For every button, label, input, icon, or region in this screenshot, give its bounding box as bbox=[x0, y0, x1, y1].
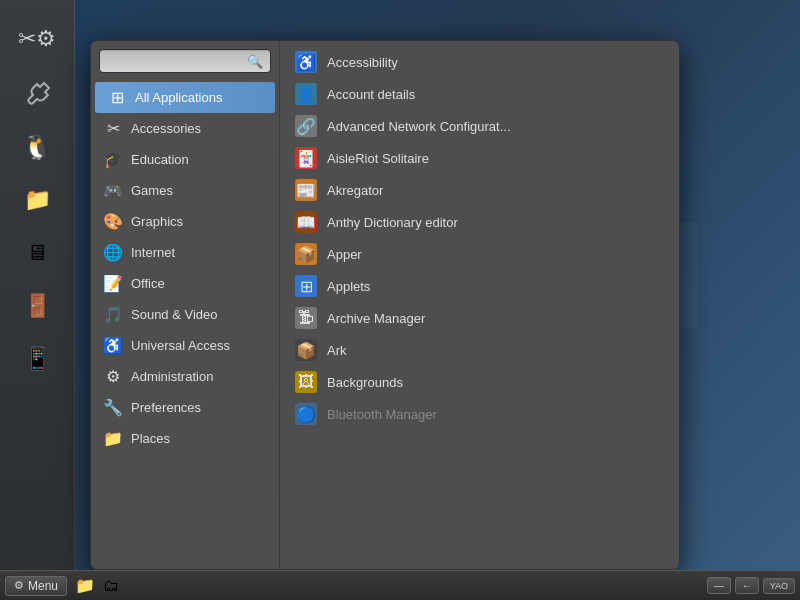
dock: ✂⚙ 🐧 📁 🖥 🚪 📱 bbox=[0, 0, 75, 570]
all-apps-icon: ⊞ bbox=[107, 88, 127, 107]
app-advanced-network[interactable]: 🔗 Advanced Network Configurat... bbox=[280, 110, 679, 142]
monitor-icon: 🖥 bbox=[26, 240, 48, 266]
account-details-app-icon: 👤 bbox=[295, 83, 317, 105]
ark-app-icon: 📦 bbox=[295, 339, 317, 361]
app-accessibility[interactable]: ♿ Accessibility bbox=[280, 46, 679, 78]
category-preferences[interactable]: 🔧 Preferences bbox=[91, 392, 279, 423]
app-ark[interactable]: 📦 Ark bbox=[280, 334, 679, 366]
menu-gear-icon: ⚙ bbox=[14, 579, 24, 592]
category-office[interactable]: 📝 Office bbox=[91, 268, 279, 299]
app-menu-window: 🔍 ⊞ All Applications ✂ Accessories 🎓 bbox=[90, 40, 680, 570]
category-universal-access[interactable]: ♿ Universal Access bbox=[91, 330, 279, 361]
category-education[interactable]: 🎓 Education bbox=[91, 144, 279, 175]
category-sound-video[interactable]: 🎵 Sound & Video bbox=[91, 299, 279, 330]
category-games[interactable]: 🎮 Games bbox=[91, 175, 279, 206]
category-internet[interactable]: 🌐 Internet bbox=[91, 237, 279, 268]
dock-item-settings[interactable]: ✂⚙ bbox=[13, 15, 61, 63]
dock-item-penguin[interactable]: 🐧 bbox=[13, 123, 61, 171]
dock-item-monitor[interactable]: 🖥 bbox=[13, 229, 61, 277]
taskbar-icon-files[interactable]: 🗂 bbox=[100, 575, 122, 597]
taskbar-minimize-button[interactable]: — bbox=[707, 577, 731, 594]
phone-icon: 📱 bbox=[24, 346, 51, 372]
archive-manager-app-icon: 🗜 bbox=[295, 307, 317, 329]
accessibility-app-icon: ♿ bbox=[295, 51, 317, 73]
taskbar-files-icon: 🗂 bbox=[103, 577, 119, 595]
search-wrapper: 🔍 bbox=[91, 41, 279, 77]
app-apper[interactable]: 📦 Apper bbox=[280, 238, 679, 270]
category-places[interactable]: 📁 Places bbox=[91, 423, 279, 454]
app-anthy[interactable]: 📖 Anthy Dictionary editor bbox=[280, 206, 679, 238]
taskbar-folder-icon: 📁 bbox=[75, 576, 95, 595]
taskbar-menu-button[interactable]: ⚙ Menu bbox=[5, 576, 67, 596]
apps-panel: ♿ Accessibility 👤 Account details 🔗 Adva… bbox=[280, 41, 679, 569]
taskbar-yao-button[interactable]: YAO bbox=[763, 578, 795, 594]
categories-list: ⊞ All Applications ✂ Accessories 🎓 Educa… bbox=[91, 77, 279, 459]
app-archive-manager[interactable]: 🗜 Archive Manager bbox=[280, 302, 679, 334]
taskbar-icon-folder[interactable]: 📁 bbox=[74, 575, 96, 597]
aisleriot-app-icon: 🃏 bbox=[295, 147, 317, 169]
universal-access-icon: ♿ bbox=[103, 336, 123, 355]
taskbar-back-button[interactable]: ← bbox=[735, 577, 759, 594]
category-all-applications[interactable]: ⊞ All Applications bbox=[95, 82, 275, 113]
app-akregator[interactable]: 📰 Akregator bbox=[280, 174, 679, 206]
sound-video-icon: 🎵 bbox=[103, 305, 123, 324]
app-aisleriot[interactable]: 🃏 AisleRiot Solitaire bbox=[280, 142, 679, 174]
taskbar: ⚙ Menu 📁 🗂 — ← YAO bbox=[0, 570, 800, 600]
taskbar-right: — ← YAO bbox=[707, 577, 795, 594]
category-administration[interactable]: ⚙ Administration bbox=[91, 361, 279, 392]
education-icon: 🎓 bbox=[103, 150, 123, 169]
app-applets[interactable]: ⊞ Applets bbox=[280, 270, 679, 302]
administration-icon: ⚙ bbox=[103, 367, 123, 386]
backgrounds-app-icon: 🖼 bbox=[295, 371, 317, 393]
folder-icon: 📁 bbox=[24, 187, 51, 213]
bluetooth-app-icon: 🔵 bbox=[295, 403, 317, 425]
category-graphics[interactable]: 🎨 Graphics bbox=[91, 206, 279, 237]
apper-app-icon: 📦 bbox=[295, 243, 317, 265]
internet-icon: 🌐 bbox=[103, 243, 123, 262]
graphics-icon: 🎨 bbox=[103, 212, 123, 231]
logout-icon: 🚪 bbox=[24, 293, 51, 319]
dock-item-logout[interactable]: 🚪 bbox=[13, 282, 61, 330]
menu-label: Menu bbox=[28, 579, 58, 593]
places-icon: 📁 bbox=[103, 429, 123, 448]
search-input[interactable] bbox=[99, 49, 271, 73]
advanced-network-app-icon: 🔗 bbox=[295, 115, 317, 137]
anthy-app-icon: 📖 bbox=[295, 211, 317, 233]
games-icon: 🎮 bbox=[103, 181, 123, 200]
app-account-details[interactable]: 👤 Account details bbox=[280, 78, 679, 110]
penguin-icon: 🐧 bbox=[22, 133, 52, 161]
wrench-icon bbox=[22, 79, 52, 109]
search-container: 🔍 bbox=[99, 49, 271, 73]
app-bluetooth[interactable]: 🔵 Bluetooth Manager bbox=[280, 398, 679, 430]
accessories-icon: ✂ bbox=[103, 119, 123, 138]
applets-app-icon: ⊞ bbox=[295, 275, 317, 297]
tools-icon: ✂⚙ bbox=[18, 26, 56, 52]
category-accessories[interactable]: ✂ Accessories bbox=[91, 113, 279, 144]
office-icon: 📝 bbox=[103, 274, 123, 293]
dock-item-folder[interactable]: 📁 bbox=[13, 176, 61, 224]
left-panel: 🔍 ⊞ All Applications ✂ Accessories 🎓 bbox=[91, 41, 279, 569]
app-backgrounds[interactable]: 🖼 Backgrounds bbox=[280, 366, 679, 398]
preferences-icon: 🔧 bbox=[103, 398, 123, 417]
dock-item-tools[interactable] bbox=[13, 70, 61, 118]
akregator-app-icon: 📰 bbox=[295, 179, 317, 201]
dock-item-phone[interactable]: 📱 bbox=[13, 335, 61, 383]
